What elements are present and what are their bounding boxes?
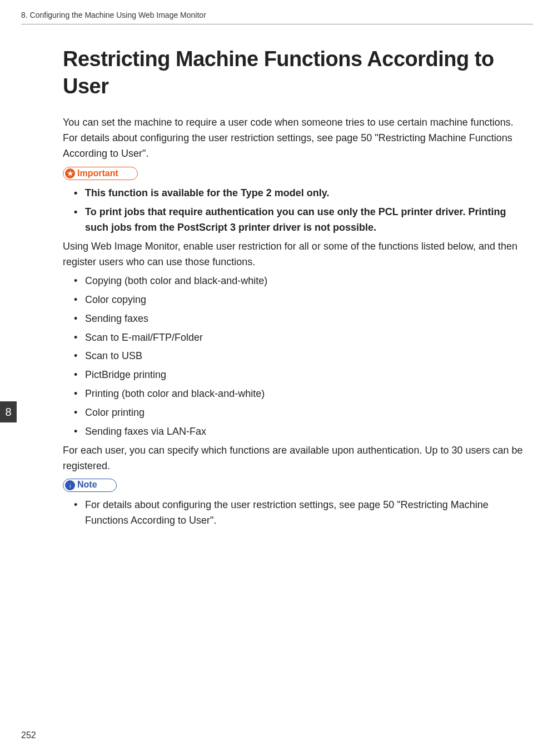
list-item: Printing (both color and black-and-white… bbox=[63, 386, 523, 402]
important-list: This function is available for the Type … bbox=[63, 186, 523, 236]
list-item: To print jobs that require authenticatio… bbox=[63, 205, 523, 236]
list-item: Sending faxes via LAN-Fax bbox=[63, 424, 523, 440]
list-item: Sending faxes bbox=[63, 311, 523, 327]
list-item: Color copying bbox=[63, 292, 523, 308]
list-item: For details about configuring the user r… bbox=[63, 498, 523, 529]
page-content: Restricting Machine Functions According … bbox=[63, 46, 523, 531]
list-item: This function is available for the Type … bbox=[63, 186, 523, 201]
body-paragraph: Using Web Image Monitor, enable user res… bbox=[63, 239, 523, 270]
list-item: Scan to USB bbox=[63, 349, 523, 364]
body-paragraph: For each user, you can specify which fun… bbox=[63, 443, 523, 474]
important-badge: ★ Important bbox=[63, 167, 523, 180]
page-number: 252 bbox=[21, 729, 36, 743]
list-item: Scan to E-mail/FTP/Folder bbox=[63, 330, 523, 346]
list-item: PictBridge printing bbox=[63, 367, 523, 383]
note-badge: ↓ Note bbox=[63, 479, 523, 492]
functions-list: Copying (both color and black-and-white)… bbox=[63, 273, 523, 440]
important-label: Important bbox=[77, 167, 118, 181]
down-arrow-icon: ↓ bbox=[65, 480, 75, 490]
header-chapter-line: 8. Configuring the Machine Using Web Ima… bbox=[21, 9, 533, 24]
list-item: Copying (both color and black-and-white) bbox=[63, 273, 523, 289]
page-title: Restricting Machine Functions According … bbox=[63, 46, 523, 101]
star-icon: ★ bbox=[65, 168, 75, 178]
intro-paragraph: You can set the machine to require a use… bbox=[63, 115, 523, 162]
list-item: Color printing bbox=[63, 405, 523, 421]
chapter-side-tab: 8 bbox=[0, 401, 17, 422]
note-label: Note bbox=[77, 478, 97, 492]
note-list: For details about configuring the user r… bbox=[63, 498, 523, 529]
